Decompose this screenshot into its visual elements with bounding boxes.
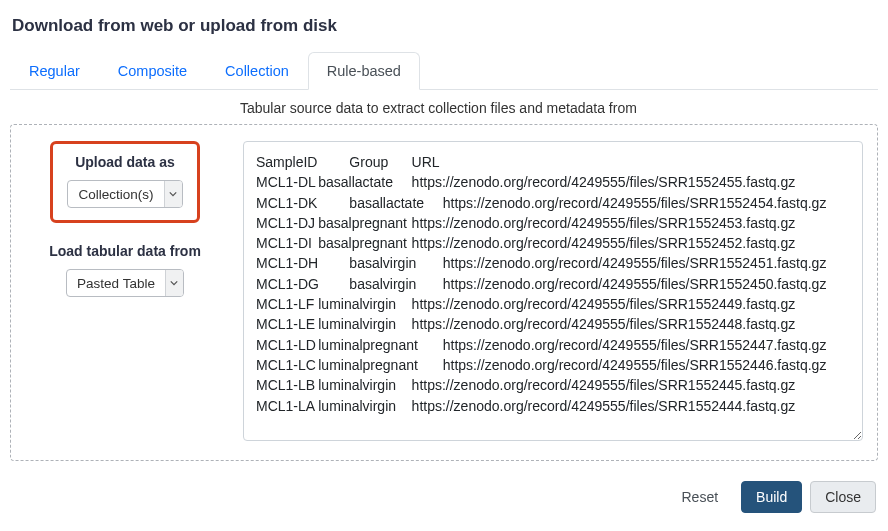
tab-composite[interactable]: Composite [99, 52, 206, 90]
upload-as-select[interactable]: Collection(s) [67, 180, 182, 208]
pasted-table-textarea[interactable] [243, 141, 863, 441]
load-from-value: Pasted Table [67, 270, 165, 296]
load-from-group: Load tabular data from Pasted Table [49, 243, 201, 297]
upload-as-highlight: Upload data as Collection(s) [50, 141, 200, 223]
upload-panel: Upload data as Collection(s) Load tabula… [10, 124, 878, 461]
tab-collection[interactable]: Collection [206, 52, 308, 90]
sidebar: Upload data as Collection(s) Load tabula… [25, 141, 225, 297]
upload-as-label: Upload data as [67, 154, 183, 170]
build-button[interactable]: Build [741, 481, 802, 513]
subtitle: Tabular source data to extract collectio… [10, 90, 878, 124]
tabs-container: Regular Composite Collection Rule-based [10, 52, 878, 90]
pasted-table-container [243, 141, 863, 444]
footer: Reset Build Close [10, 461, 878, 519]
load-from-label: Load tabular data from [49, 243, 201, 259]
upload-as-value: Collection(s) [68, 181, 163, 207]
reset-button[interactable]: Reset [666, 481, 733, 513]
chevron-down-icon [165, 270, 183, 296]
page-title: Download from web or upload from disk [10, 8, 878, 52]
load-from-select[interactable]: Pasted Table [66, 269, 184, 297]
tab-regular[interactable]: Regular [10, 52, 99, 90]
close-button[interactable]: Close [810, 481, 876, 513]
tab-rule-based[interactable]: Rule-based [308, 52, 420, 90]
chevron-down-icon [164, 181, 182, 207]
